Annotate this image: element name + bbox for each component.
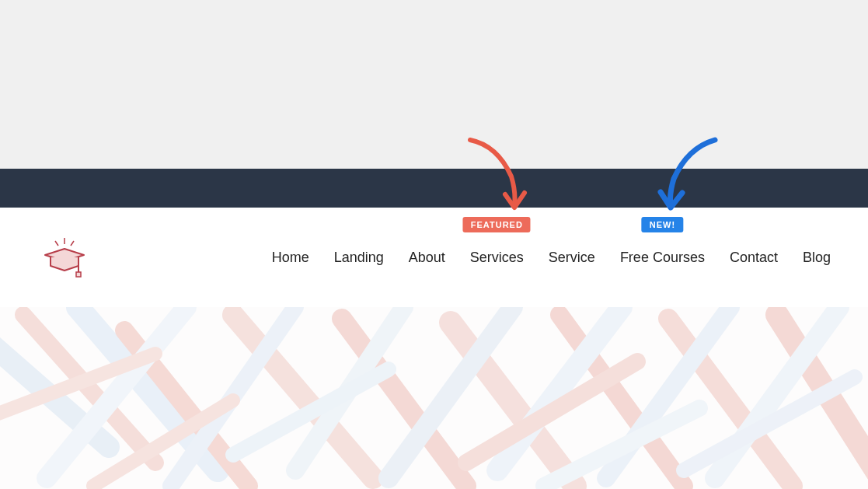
top-gray-area bbox=[0, 0, 868, 169]
annotation-arrow-red bbox=[458, 134, 536, 215]
nav-label: Blog bbox=[803, 250, 831, 265]
nav-label: Free Courses bbox=[620, 250, 705, 265]
nav-label: Home bbox=[272, 250, 309, 265]
nav-label: Services bbox=[470, 250, 524, 265]
annotation-arrow-blue bbox=[649, 134, 727, 215]
nav-label: Service bbox=[549, 250, 595, 265]
featured-badge: FEATURED bbox=[463, 217, 531, 232]
nav-label: Landing bbox=[334, 250, 384, 265]
top-dark-bar bbox=[0, 169, 868, 208]
nav-item-blog[interactable]: Blog bbox=[803, 250, 831, 266]
svg-line-2 bbox=[71, 241, 74, 246]
new-badge: NEW! bbox=[642, 217, 683, 232]
nav-label: Contact bbox=[730, 250, 778, 265]
nav-item-contact[interactable]: Contact bbox=[730, 250, 778, 266]
nav-item-service[interactable]: Service bbox=[549, 250, 595, 266]
nav-item-about[interactable]: About bbox=[409, 250, 445, 266]
paint-texture-background bbox=[0, 307, 868, 489]
nav-label: About bbox=[409, 250, 445, 265]
svg-rect-6 bbox=[0, 307, 868, 489]
nav-item-landing[interactable]: Landing bbox=[334, 250, 384, 266]
nav-items-container: Home Landing About FEATURED Services Ser… bbox=[272, 250, 831, 266]
site-logo[interactable] bbox=[37, 234, 92, 281]
graduation-cap-icon bbox=[41, 236, 88, 279]
hero-background-area bbox=[0, 307, 868, 489]
svg-rect-4 bbox=[76, 272, 81, 277]
svg-line-0 bbox=[55, 241, 58, 246]
main-navigation-bar: Home Landing About FEATURED Services Ser… bbox=[0, 208, 868, 307]
nav-item-home[interactable]: Home bbox=[272, 250, 309, 266]
nav-item-free-courses[interactable]: NEW! Free Courses bbox=[620, 250, 705, 266]
nav-item-services[interactable]: FEATURED Services bbox=[470, 250, 524, 266]
